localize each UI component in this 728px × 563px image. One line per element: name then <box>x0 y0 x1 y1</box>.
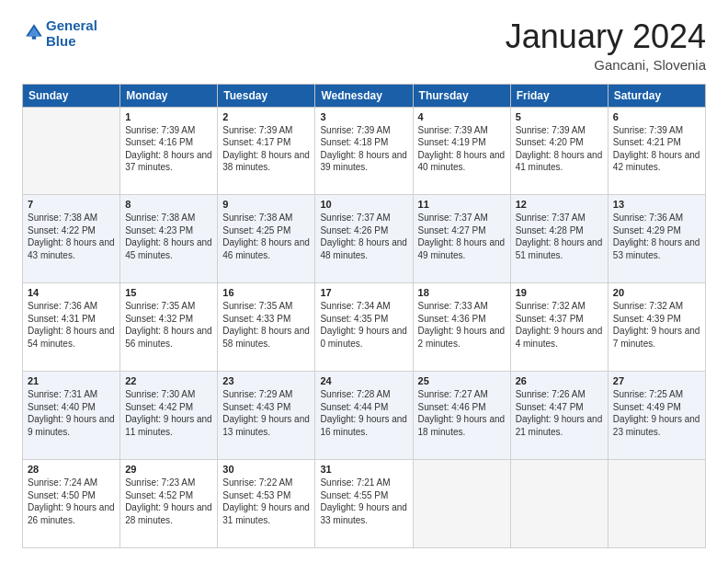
day-info: Sunrise: 7:30 AMSunset: 4:42 PMDaylight:… <box>125 388 212 438</box>
header: General Blue January 2024 Gancani, Slove… <box>22 18 706 73</box>
day-info: Sunrise: 7:31 AMSunset: 4:40 PMDaylight:… <box>28 388 115 438</box>
day-number: 23 <box>222 375 310 386</box>
logo-text-general: General <box>46 18 97 34</box>
day-info: Sunrise: 7:39 AMSunset: 4:16 PMDaylight:… <box>125 124 212 174</box>
day-cell: 27Sunrise: 7:25 AMSunset: 4:49 PMDayligh… <box>608 372 705 460</box>
week-row-5: 28Sunrise: 7:24 AMSunset: 4:50 PMDayligh… <box>23 460 706 548</box>
day-info: Sunrise: 7:37 AMSunset: 4:26 PMDaylight:… <box>320 212 407 261</box>
week-row-3: 14Sunrise: 7:36 AMSunset: 4:31 PMDayligh… <box>23 283 706 372</box>
logo-text-blue: Blue <box>46 34 97 50</box>
day-cell: 21Sunrise: 7:31 AMSunset: 4:40 PMDayligh… <box>23 372 120 460</box>
day-info: Sunrise: 7:27 AMSunset: 4:46 PMDaylight:… <box>418 388 506 438</box>
calendar-table: SundayMondayTuesdayWednesdayThursdayFrid… <box>22 84 706 548</box>
day-cell: 13Sunrise: 7:36 AMSunset: 4:29 PMDayligh… <box>608 195 705 283</box>
day-info: Sunrise: 7:38 AMSunset: 4:25 PMDaylight:… <box>222 212 310 261</box>
day-cell: 30Sunrise: 7:22 AMSunset: 4:53 PMDayligh… <box>218 460 315 548</box>
day-cell: 6Sunrise: 7:39 AMSunset: 4:21 PMDaylight… <box>608 107 705 195</box>
page: General Blue January 2024 Gancani, Slove… <box>0 0 728 563</box>
day-info: Sunrise: 7:39 AMSunset: 4:20 PMDaylight:… <box>516 124 603 174</box>
day-cell: 17Sunrise: 7:34 AMSunset: 4:35 PMDayligh… <box>315 283 413 372</box>
day-cell <box>23 107 120 195</box>
day-info: Sunrise: 7:35 AMSunset: 4:32 PMDaylight:… <box>125 300 212 350</box>
day-cell: 12Sunrise: 7:37 AMSunset: 4:28 PMDayligh… <box>510 195 608 283</box>
day-info: Sunrise: 7:25 AMSunset: 4:49 PMDaylight:… <box>613 388 700 438</box>
day-info: Sunrise: 7:24 AMSunset: 4:50 PMDaylight:… <box>28 477 115 526</box>
day-info: Sunrise: 7:34 AMSunset: 4:35 PMDaylight:… <box>320 300 407 350</box>
day-number: 4 <box>418 111 506 122</box>
day-info: Sunrise: 7:38 AMSunset: 4:22 PMDaylight:… <box>28 212 115 261</box>
day-cell: 10Sunrise: 7:37 AMSunset: 4:26 PMDayligh… <box>315 195 413 283</box>
day-info: Sunrise: 7:28 AMSunset: 4:44 PMDaylight:… <box>320 388 407 438</box>
day-cell: 25Sunrise: 7:27 AMSunset: 4:46 PMDayligh… <box>413 372 510 460</box>
day-info: Sunrise: 7:32 AMSunset: 4:39 PMDaylight:… <box>613 300 700 350</box>
day-number: 11 <box>418 199 506 210</box>
day-cell: 18Sunrise: 7:33 AMSunset: 4:36 PMDayligh… <box>413 283 510 372</box>
day-number: 9 <box>222 199 310 210</box>
day-info: Sunrise: 7:36 AMSunset: 4:29 PMDaylight:… <box>613 212 700 261</box>
day-number: 18 <box>418 287 506 298</box>
day-cell: 29Sunrise: 7:23 AMSunset: 4:52 PMDayligh… <box>120 460 218 548</box>
day-info: Sunrise: 7:39 AMSunset: 4:21 PMDaylight:… <box>613 124 700 174</box>
day-cell: 26Sunrise: 7:26 AMSunset: 4:47 PMDayligh… <box>510 372 608 460</box>
col-header-friday: Friday <box>510 84 608 107</box>
col-header-monday: Monday <box>120 84 218 107</box>
day-number: 6 <box>613 111 700 122</box>
day-cell <box>413 460 510 548</box>
day-number: 8 <box>125 199 212 210</box>
day-cell: 31Sunrise: 7:21 AMSunset: 4:55 PMDayligh… <box>315 460 413 548</box>
day-info: Sunrise: 7:29 AMSunset: 4:43 PMDaylight:… <box>222 388 310 438</box>
day-number: 2 <box>222 111 310 122</box>
day-cell: 4Sunrise: 7:39 AMSunset: 4:19 PMDaylight… <box>413 107 510 195</box>
col-header-tuesday: Tuesday <box>218 84 315 107</box>
day-cell: 22Sunrise: 7:30 AMSunset: 4:42 PMDayligh… <box>120 372 218 460</box>
day-number: 21 <box>28 375 115 386</box>
day-cell: 19Sunrise: 7:32 AMSunset: 4:37 PMDayligh… <box>510 283 608 372</box>
day-cell: 16Sunrise: 7:35 AMSunset: 4:33 PMDayligh… <box>218 283 315 372</box>
day-info: Sunrise: 7:23 AMSunset: 4:52 PMDaylight:… <box>125 477 212 526</box>
logo: General Blue <box>22 18 97 49</box>
week-row-1: 1Sunrise: 7:39 AMSunset: 4:16 PMDaylight… <box>23 107 706 195</box>
week-row-4: 21Sunrise: 7:31 AMSunset: 4:40 PMDayligh… <box>23 372 706 460</box>
day-info: Sunrise: 7:32 AMSunset: 4:37 PMDaylight:… <box>516 300 603 350</box>
day-info: Sunrise: 7:37 AMSunset: 4:27 PMDaylight:… <box>418 212 506 261</box>
day-info: Sunrise: 7:33 AMSunset: 4:36 PMDaylight:… <box>418 300 506 350</box>
day-info: Sunrise: 7:37 AMSunset: 4:28 PMDaylight:… <box>516 212 603 261</box>
day-number: 17 <box>320 287 407 298</box>
day-cell: 28Sunrise: 7:24 AMSunset: 4:50 PMDayligh… <box>23 460 120 548</box>
day-number: 30 <box>222 464 310 475</box>
day-cell <box>608 460 705 548</box>
day-number: 20 <box>613 287 700 298</box>
col-header-saturday: Saturday <box>608 84 705 107</box>
day-info: Sunrise: 7:39 AMSunset: 4:17 PMDaylight:… <box>222 124 310 174</box>
day-info: Sunrise: 7:39 AMSunset: 4:19 PMDaylight:… <box>418 124 506 174</box>
day-number: 15 <box>125 287 212 298</box>
day-number: 5 <box>516 111 603 122</box>
svg-rect-2 <box>32 36 36 39</box>
day-info: Sunrise: 7:38 AMSunset: 4:23 PMDaylight:… <box>125 212 212 261</box>
header-row: SundayMondayTuesdayWednesdayThursdayFrid… <box>23 84 706 107</box>
location: Gancani, Slovenia <box>506 57 706 73</box>
day-number: 10 <box>320 199 407 210</box>
day-number: 1 <box>125 111 212 122</box>
day-number: 22 <box>125 375 212 386</box>
day-cell: 3Sunrise: 7:39 AMSunset: 4:18 PMDaylight… <box>315 107 413 195</box>
day-number: 25 <box>418 375 506 386</box>
day-info: Sunrise: 7:22 AMSunset: 4:53 PMDaylight:… <box>222 477 310 526</box>
day-number: 31 <box>320 464 407 475</box>
day-cell: 24Sunrise: 7:28 AMSunset: 4:44 PMDayligh… <box>315 372 413 460</box>
day-number: 24 <box>320 375 407 386</box>
day-cell: 14Sunrise: 7:36 AMSunset: 4:31 PMDayligh… <box>23 283 120 372</box>
title-area: January 2024 Gancani, Slovenia <box>506 18 706 73</box>
day-cell: 8Sunrise: 7:38 AMSunset: 4:23 PMDaylight… <box>120 195 218 283</box>
day-cell: 11Sunrise: 7:37 AMSunset: 4:27 PMDayligh… <box>413 195 510 283</box>
day-info: Sunrise: 7:39 AMSunset: 4:18 PMDaylight:… <box>320 124 407 174</box>
day-cell: 23Sunrise: 7:29 AMSunset: 4:43 PMDayligh… <box>218 372 315 460</box>
day-cell: 15Sunrise: 7:35 AMSunset: 4:32 PMDayligh… <box>120 283 218 372</box>
day-number: 28 <box>28 464 115 475</box>
logo-icon <box>24 22 44 42</box>
day-info: Sunrise: 7:21 AMSunset: 4:55 PMDaylight:… <box>320 477 407 526</box>
day-cell: 1Sunrise: 7:39 AMSunset: 4:16 PMDaylight… <box>120 107 218 195</box>
day-cell <box>510 460 608 548</box>
day-number: 26 <box>516 375 603 386</box>
day-number: 14 <box>28 287 115 298</box>
